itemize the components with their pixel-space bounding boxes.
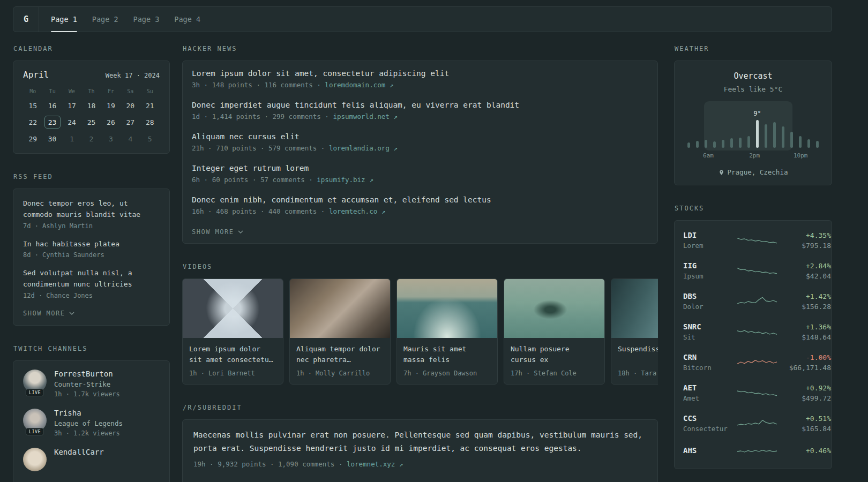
calendar-day[interactable]: 15	[25, 99, 41, 112]
calendar-day[interactable]: 16	[44, 99, 61, 112]
video-title[interactable]: Suspendisse diam	[618, 344, 658, 366]
tab-page-4[interactable]: Page 4	[174, 7, 200, 32]
videos-section-title: VIDEOS	[183, 263, 658, 270]
twitch-channel[interactable]: LIVETrishaLeague of Legends3h · 1.2k vie…	[23, 409, 160, 437]
calendar-day[interactable]: 21	[142, 99, 158, 112]
channel-name[interactable]: KendallCarr	[54, 448, 104, 456]
post-domain-link[interactable]: loremnet.xyz ↗	[347, 460, 403, 468]
post-title[interactable]: Aliquam nec cursus elit	[192, 132, 648, 141]
post-title[interactable]: Integer eget rutrum lorem	[192, 164, 648, 172]
stock-symbol[interactable]: CRN	[683, 353, 737, 362]
stock-symbol[interactable]: AET	[683, 383, 737, 392]
rss-item-title[interactable]: In hac habitasse platea	[23, 239, 160, 250]
stock-row[interactable]: CCSConsectetur+0.51%$165.84	[683, 408, 823, 439]
stock-symbol[interactable]: SNRC	[683, 322, 737, 331]
video-thumbnail[interactable]	[397, 279, 497, 338]
calendar-day[interactable]: 23	[44, 116, 61, 129]
post-meta: 19h · 9,932 points · 1,090 comments · lo…	[193, 460, 647, 468]
twitch-channel[interactable]: LIVEForrestBurtonCounter-Strike1h · 1.7k…	[23, 370, 160, 398]
calendar-section-title: CALENDAR	[13, 45, 170, 52]
show-more-label: SHOW MORE	[192, 228, 234, 236]
video-title[interactable]: Lorem ipsum dolor sit amet consectetu…	[189, 344, 276, 366]
post-domain-link[interactable]: loremdomain.com ↗	[325, 81, 393, 89]
video-card[interactable]: Nullam posuere cursus ex17h · Stefan Col…	[504, 278, 605, 385]
video-card[interactable]: Mauris sit amet massa felis7h · Grayson …	[396, 278, 498, 385]
weekday-label: Th	[81, 88, 101, 94]
post-meta: 16h · 468 points · 440 comments · loremt…	[192, 207, 648, 215]
calendar-day[interactable]: 25	[83, 116, 99, 129]
video-thumbnail[interactable]	[504, 279, 604, 338]
post-title[interactable]: Donec enim nibh, condimentum et accumsan…	[192, 195, 648, 204]
calendar-day[interactable]: 22	[25, 116, 41, 129]
tab-page-1[interactable]: Page 1	[51, 7, 77, 32]
video-title[interactable]: Nullam posuere cursus ex	[511, 344, 598, 366]
calendar-day[interactable]: 30	[44, 132, 61, 145]
rss-show-more-button[interactable]: SHOW MORE	[23, 310, 74, 317]
post-domain-link[interactable]: ipsumify.biz ↗	[317, 176, 373, 184]
post-meta-text: 3h · 148 points · 116 comments ·	[192, 81, 325, 89]
calendar-day[interactable]: 27	[122, 116, 138, 129]
video-thumbnail[interactable]	[183, 279, 283, 338]
rss-item[interactable]: Donec tempor eros leo, ut commodo mauris…	[23, 198, 160, 230]
calendar-day[interactable]: 20	[122, 99, 138, 112]
post-domain-link[interactable]: loremlandia.org ↗	[329, 144, 398, 152]
weather-location[interactable]: Prague, Czechia	[683, 168, 823, 176]
stock-row[interactable]: AETAmet+0.92%$499.72	[683, 378, 823, 408]
stock-row[interactable]: IIGIpsum+2.84%$42.04	[683, 255, 823, 286]
stock-symbol[interactable]: IIG	[683, 261, 737, 270]
post-title[interactable]: Maecenas mollis pulvinar erat non posuer…	[193, 428, 647, 456]
rss-item[interactable]: In hac habitasse platea8d · Cynthia Saun…	[23, 239, 160, 259]
rss-item-title[interactable]: Sed volutpat nulla nisl, a condimentum n…	[23, 268, 160, 290]
calendar-day[interactable]: 1	[64, 132, 80, 145]
rss-list: Donec tempor eros leo, ut commodo mauris…	[23, 198, 160, 299]
rss-item[interactable]: Sed volutpat nulla nisl, a condimentum n…	[23, 268, 160, 299]
dashboard-page: G Page 1Page 2Page 3Page 4 CALENDAR Apri…	[0, 0, 868, 482]
calendar-day[interactable]: 26	[103, 116, 119, 129]
post-domain-link[interactable]: ipsumworld.net ↗	[333, 112, 397, 120]
channel-category[interactable]: Counter-Strike	[54, 380, 120, 388]
stock-row[interactable]: CRNBitcorn-1.00%$66,171.48	[683, 347, 823, 378]
video-title[interactable]: Aliquam tempor dolor nec pharetra…	[296, 344, 384, 366]
post-title[interactable]: Donec imperdiet augue tincidunt felis al…	[192, 101, 648, 109]
channel-name[interactable]: Trisha	[54, 409, 123, 417]
channel-category[interactable]: League of Legends	[54, 419, 123, 427]
stock-row[interactable]: DBSDolor+1.42%$156.28	[683, 286, 823, 317]
calendar-day[interactable]: 18	[83, 99, 99, 112]
channel-name[interactable]: ForrestBurton	[54, 370, 120, 378]
calendar-day[interactable]: 24	[64, 116, 80, 129]
video-thumbnail[interactable]	[290, 279, 390, 338]
stock-row[interactable]: SNRCSit+1.36%$148.64	[683, 317, 823, 347]
video-card[interactable]: Suspendisse diam18h · Tara	[611, 278, 658, 385]
video-card[interactable]: Aliquam tempor dolor nec pharetra…1h · M…	[289, 278, 391, 385]
tab-page-3[interactable]: Page 3	[133, 7, 160, 32]
stocks-section-title: STOCKS	[675, 205, 832, 212]
calendar-day[interactable]: 29	[25, 132, 41, 145]
stock-symbol[interactable]: DBS	[683, 292, 737, 300]
rss-item-title[interactable]: Donec tempor eros leo, ut commodo mauris…	[23, 198, 160, 221]
avatar	[23, 448, 47, 471]
video-title[interactable]: Mauris sit amet massa felis	[403, 344, 491, 366]
calendar-day[interactable]: 2	[83, 132, 99, 145]
stock-row[interactable]: AHS+0.46%	[683, 439, 823, 464]
calendar-day[interactable]: 4	[122, 132, 138, 145]
hackernews-show-more-button[interactable]: SHOW MORE	[192, 228, 243, 236]
app-logo[interactable]: G	[13, 7, 39, 32]
calendar-day[interactable]: 17	[64, 99, 80, 112]
post-domain-link[interactable]: loremtech.co ↗	[329, 207, 385, 215]
stock-symbol[interactable]: CCS	[683, 414, 737, 423]
stock-values: +0.46%	[777, 447, 831, 457]
calendar-day[interactable]: 5	[142, 132, 158, 145]
chevron-down-icon	[238, 230, 243, 234]
stock-row[interactable]: LDILorem+4.35%$795.18	[683, 225, 823, 255]
calendar-day[interactable]: 3	[103, 132, 119, 145]
calendar-day[interactable]: 28	[142, 116, 158, 129]
tab-page-2[interactable]: Page 2	[92, 7, 118, 32]
stock-symbol[interactable]: AHS	[683, 446, 737, 455]
stock-symbol[interactable]: LDI	[683, 231, 737, 239]
video-card[interactable]: Lorem ipsum dolor sit amet consectetu…1h…	[182, 278, 283, 385]
video-thumbnail[interactable]	[611, 279, 658, 338]
chevron-down-icon	[69, 312, 74, 315]
post-title[interactable]: Lorem ipsum dolor sit amet, consectetur …	[192, 69, 648, 78]
twitch-channel[interactable]: KendallCarr	[23, 448, 160, 471]
calendar-day[interactable]: 19	[103, 99, 119, 112]
